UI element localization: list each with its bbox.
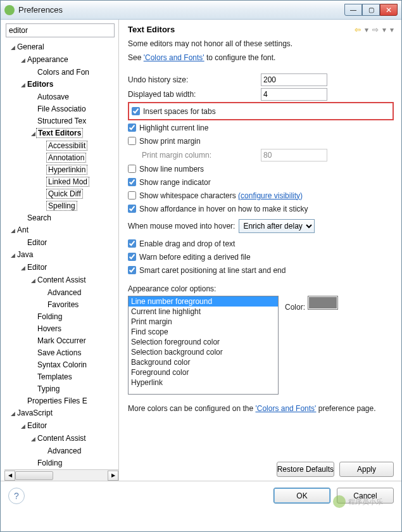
tree-item-search[interactable]: Search [26, 213, 53, 222]
insert-spaces-checkbox[interactable] [132, 107, 140, 115]
color-option-item[interactable]: Line number foreground [129, 296, 278, 307]
highlight-line-checkbox[interactable] [128, 124, 136, 132]
tree-item-spelling[interactable]: Spelling [46, 201, 77, 211]
warn-derived-checkbox[interactable] [128, 253, 136, 261]
expand-icon[interactable]: ◢ [9, 408, 16, 420]
tree-item-save-actions[interactable]: Save Actions [36, 348, 82, 357]
line-numbers-checkbox[interactable] [128, 165, 136, 173]
tree-item-java[interactable]: Java [16, 250, 34, 259]
minimize-button[interactable]: — [344, 4, 362, 16]
more-colors-link[interactable]: 'Colors and Fonts' [255, 404, 316, 413]
scroll-left-icon[interactable]: ◀ [4, 471, 15, 481]
tree-item-editors[interactable]: Editors [26, 80, 54, 89]
tree-item-favorites[interactable]: Favorites [46, 300, 80, 309]
tree-item-content-assist[interactable]: Content Assist [36, 276, 87, 284]
tree-item-js-advanced[interactable]: Advanced [46, 446, 82, 455]
color-option-item[interactable]: Hyperlink [129, 377, 278, 388]
cancel-button[interactable]: Cancel [337, 488, 394, 504]
tree-item-syntax-coloring[interactable]: Syntax Colorin [36, 360, 88, 369]
tree-item-js-content-assist[interactable]: Content Assist [36, 434, 87, 443]
expand-icon[interactable]: ◢ [20, 262, 26, 274]
tree-item-file-assoc[interactable]: File Associatio [36, 104, 87, 113]
forward-icon[interactable]: ⇨ [372, 25, 379, 34]
tree-item-structured-text[interactable]: Structured Tex [36, 117, 87, 125]
color-option-item[interactable]: Foreground color [129, 367, 278, 377]
smart-caret-checkbox[interactable] [128, 266, 136, 274]
tree-item-advanced[interactable]: Advanced [46, 288, 82, 297]
expand-icon[interactable]: ◢ [30, 128, 36, 140]
tree-item-general[interactable]: General [16, 42, 46, 51]
print-margin-checkbox[interactable] [128, 137, 136, 145]
expand-icon[interactable]: ◢ [9, 225, 16, 237]
color-option-item[interactable]: Background color [129, 357, 278, 367]
color-option-item[interactable]: Selection background color [129, 347, 278, 357]
whitespace-checkbox[interactable] [128, 191, 136, 200]
preference-tree[interactable]: ◢General ◢Appearance Colors and Fon ◢Edi… [4, 41, 118, 469]
expand-icon[interactable]: ◢ [9, 250, 16, 262]
ok-button[interactable]: OK [273, 488, 330, 504]
tree-item-javascript[interactable]: JavaScript [16, 408, 54, 417]
color-swatch-button[interactable] [308, 296, 338, 310]
color-option-item[interactable]: Print margin [129, 317, 278, 327]
expand-icon[interactable]: ◢ [20, 421, 26, 433]
configure-visibility-link[interactable]: (configure visibility) [238, 191, 303, 200]
affordance-label: Show affordance in hover on how to make … [139, 205, 308, 213]
tree-item-colors-fonts[interactable]: Colors and Fon [36, 68, 91, 77]
color-option-item[interactable]: Selection foreground color [129, 337, 278, 347]
expand-icon[interactable]: ◢ [30, 433, 36, 445]
tree-item-ant[interactable]: Ant [16, 225, 30, 234]
smart-caret-label: Smart caret positioning at line start an… [139, 266, 286, 275]
tree-item-templates[interactable]: Templates [36, 372, 73, 381]
tree-item-js-folding[interactable]: Folding [36, 459, 63, 467]
tree-item-properties-files[interactable]: Properties Files E [26, 396, 89, 405]
expand-icon[interactable]: ◢ [9, 42, 16, 54]
print-margin-col-input [261, 149, 327, 162]
expand-icon[interactable]: ◢ [20, 54, 26, 66]
tab-width-label: Displayed tab width: [128, 90, 261, 99]
close-button[interactable]: ✕ [380, 4, 398, 16]
back-menu-icon[interactable]: ▾ [365, 25, 368, 34]
tree-item-appearance[interactable]: Appearance [26, 55, 70, 64]
back-icon[interactable]: ⇦ [355, 25, 361, 34]
see-text: See 'Colors and Fonts' to configure the … [128, 53, 394, 62]
highlighted-option: Insert spaces for tabs [128, 102, 394, 120]
search-input[interactable] [6, 23, 115, 37]
maximize-button[interactable]: ▢ [362, 4, 380, 16]
undo-history-input[interactable] [261, 73, 327, 86]
hover-mode-select[interactable]: Enrich after delay [239, 219, 315, 233]
expand-icon[interactable]: ◢ [30, 275, 36, 287]
tree-item-text-editors[interactable]: Text Editors [36, 128, 83, 138]
range-indicator-label: Show range indicator [139, 178, 211, 187]
tree-item-java-editor[interactable]: Editor [26, 263, 48, 272]
tree-item-js-editor[interactable]: Editor [26, 421, 48, 430]
tree-item-typing[interactable]: Typing [36, 384, 61, 393]
tree-item-accessibility[interactable]: Accessibilit [46, 141, 87, 151]
tree-item-hyperlinking[interactable]: Hyperlinkin [46, 165, 87, 175]
apply-button[interactable]: Apply [339, 462, 394, 477]
tree-item-linked-mode[interactable]: Linked Mod [46, 177, 89, 187]
tree-item-annotation[interactable]: Annotation [46, 153, 86, 163]
scroll-right-icon[interactable]: ▶ [108, 471, 118, 481]
color-option-item[interactable]: Find scope [129, 327, 278, 337]
color-options-list[interactable]: Line number foregroundCurrent line highl… [128, 296, 279, 395]
expand-icon[interactable]: ◢ [20, 79, 26, 91]
range-indicator-checkbox[interactable] [128, 178, 136, 186]
scroll-thumb[interactable] [15, 471, 53, 480]
view-menu-icon[interactable]: ▾ [390, 25, 394, 34]
forward-menu-icon[interactable]: ▾ [382, 25, 386, 34]
tree-item-autosave[interactable]: Autosave [36, 92, 70, 101]
help-button[interactable]: ? [8, 488, 25, 504]
tree-item-quick-diff[interactable]: Quick Diff [46, 189, 83, 199]
colors-fonts-link[interactable]: 'Colors and Fonts' [144, 53, 204, 62]
color-option-item[interactable]: Current line highlight [129, 307, 278, 317]
tree-item-ant-editor[interactable]: Editor [26, 238, 48, 247]
restore-defaults-button[interactable]: Restore Defaults [277, 462, 334, 477]
tab-width-input[interactable] [261, 88, 327, 101]
tree-item-folding[interactable]: Folding [36, 312, 63, 321]
horizontal-scrollbar[interactable]: ◀ ▶ [4, 469, 118, 481]
tree-item-hovers[interactable]: Hovers [36, 324, 63, 333]
drag-drop-label: Enable drag and drop of text [139, 239, 235, 248]
drag-drop-checkbox[interactable] [128, 239, 136, 248]
tree-item-mark-occur[interactable]: Mark Occurrer [36, 336, 87, 345]
affordance-checkbox[interactable] [128, 205, 136, 213]
